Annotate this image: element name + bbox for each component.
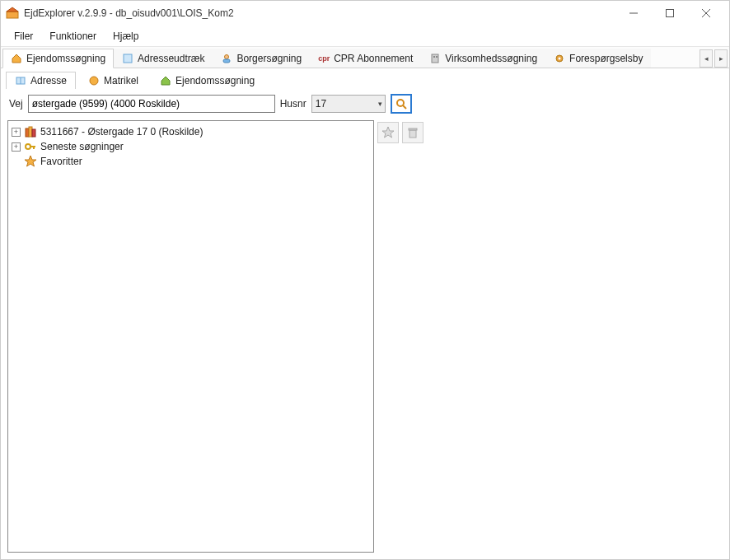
window-controls [615,2,724,25]
svg-rect-12 [436,56,438,58]
document-icon [122,53,133,64]
svg-point-19 [397,100,404,106]
svg-point-24 [26,144,30,149]
tab-virksomhedssoegning[interactable]: Virksomhedssøgning [421,49,545,68]
books-icon [24,125,37,138]
maximize-button[interactable] [652,2,688,25]
subtab-label: Matrikel [104,75,138,86]
search-bar: Vej Husnr 17 ▾ [1,89,729,119]
svg-rect-23 [32,129,35,137]
svg-marker-28 [382,127,394,138]
svg-point-17 [90,77,98,85]
husnr-label: Husnr [280,98,307,110]
subtab-label: Ejendomssøgning [175,75,255,86]
search-button[interactable] [391,94,412,114]
house-icon [11,53,22,64]
tab-adresseudtraek[interactable]: Adresseudtræk [114,49,213,68]
tree-seneste-item[interactable]: + Seneste søgninger [12,139,370,154]
minimize-button[interactable] [615,2,652,25]
svg-rect-10 [432,54,438,63]
menubar: Filer Funktioner Hjælp [1,26,729,47]
tab-forespoergselsbygger[interactable]: Forespørgselsby [545,49,651,68]
building-icon [429,53,441,64]
chevron-down-icon: ▾ [378,100,382,108]
trash-icon [406,126,419,139]
cpr-icon: cpr [318,53,330,64]
tab-borgersoegning[interactable]: Borgersøgning [213,49,310,68]
app-window: EjdExplorer v.2.9.9 - db_oisudv001\LOIS_… [0,0,730,560]
svg-marker-27 [25,156,36,166]
star-icon [24,155,37,168]
svg-line-20 [403,105,406,109]
key-icon [24,140,37,153]
svg-rect-21 [26,128,29,137]
svg-rect-7 [124,54,132,63]
svg-marker-1 [7,7,18,12]
globe-icon [88,75,100,86]
detail-panel [376,120,723,553]
menu-filer[interactable]: Filer [6,27,41,45]
husnr-combo[interactable]: 17 ▾ [311,95,386,113]
content-area: + 5311667 - Østergade 17 0 (Roskilde) + … [1,119,729,559]
vej-input[interactable] [28,95,275,113]
tab-label: Borgersøgning [236,53,302,64]
svg-rect-22 [29,127,32,137]
magnifier-icon [395,98,407,110]
vej-label: Vej [9,98,23,110]
tab-label: CPR Abonnement [334,53,413,64]
trash-button[interactable] [402,122,423,143]
svg-point-8 [225,55,229,59]
tab-label: Ejendomssøgning [26,53,105,64]
detail-toolbar [377,122,721,143]
svg-marker-18 [161,77,170,85]
tab-scroll-right[interactable]: ▸ [714,49,728,68]
gear-icon [554,53,565,64]
tree-item-label: Seneste søgninger [40,141,124,152]
svg-rect-3 [667,10,674,17]
main-tab-bar: Ejendomssøgning Adresseudtræk Borgersøgn… [1,47,729,68]
svg-rect-30 [409,128,417,130]
tree-item-label: 5311667 - Østergade 17 0 (Roskilde) [40,126,203,138]
svg-marker-6 [12,54,21,63]
tree-item-label: Favoritter [40,156,82,167]
svg-point-14 [559,58,561,60]
tab-ejendomssoegning[interactable]: Ejendomssøgning [2,49,114,68]
window-title: EjdExplorer v.2.9.9 - db_oisudv001\LOIS_… [24,7,615,19]
tab-label: Forespørgselsby [569,53,643,64]
tab-label: Adresseudtræk [138,53,204,64]
subtab-matrikel[interactable]: Matrikel [79,72,147,89]
subtab-ejendomssoegning[interactable]: Ejendomssøgning [151,72,264,89]
star-outline-icon [381,126,395,139]
menu-funktioner[interactable]: Funktioner [41,27,105,45]
svg-rect-11 [433,56,435,58]
sub-tab-bar: Adresse Matrikel Ejendomssøgning [1,68,729,89]
subtab-label: Adresse [30,75,67,86]
person-icon [221,53,232,64]
svg-rect-0 [7,12,18,18]
result-tree[interactable]: + 5311667 - Østergade 17 0 (Roskilde) + … [7,120,374,553]
svg-rect-29 [409,130,416,138]
tree-result-item[interactable]: + 5311667 - Østergade 17 0 (Roskilde) [12,124,370,139]
expand-spacer [12,157,21,166]
house-search-icon [160,75,171,86]
book-icon [15,75,26,86]
favorite-button[interactable] [377,122,399,143]
close-button[interactable] [688,2,724,25]
app-icon [6,7,19,20]
tree-favoritter-item[interactable]: Favoritter [12,154,370,169]
expand-icon[interactable]: + [12,142,21,152]
titlebar: EjdExplorer v.2.9.9 - db_oisudv001\LOIS_… [1,1,729,26]
tab-label: Virksomhedssøgning [445,53,537,64]
husnr-value: 17 [316,98,326,110]
svg-rect-9 [223,59,230,63]
menu-hjaelp[interactable]: Hjælp [105,27,147,45]
tab-scroll-left[interactable]: ◂ [700,49,713,68]
tab-cpr-abonnement[interactable]: cpr CPR Abonnement [310,49,421,68]
expand-icon[interactable]: + [12,128,21,137]
subtab-adresse[interactable]: Adresse [6,72,76,89]
